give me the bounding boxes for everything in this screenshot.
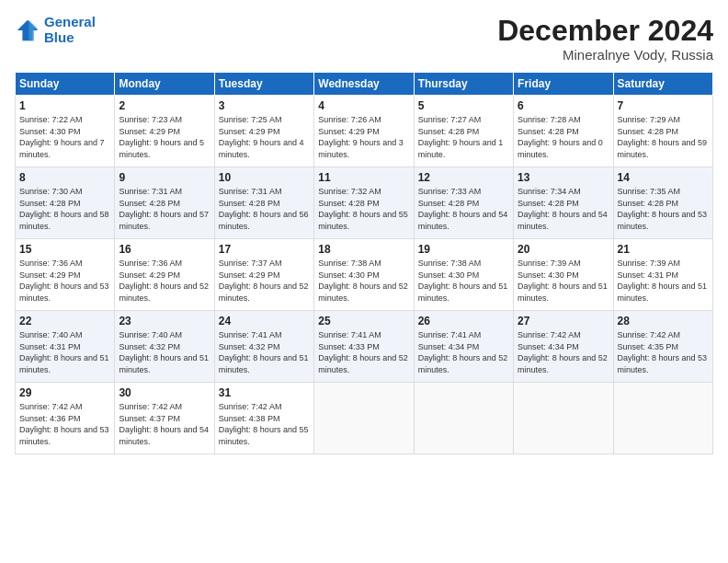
cell-info: Sunrise: 7:27 AMSunset: 4:28 PMDaylight:…: [418, 114, 509, 160]
day-number: 16: [119, 243, 210, 256]
day-number: 8: [19, 171, 110, 184]
day-number: 10: [219, 171, 310, 184]
cell-info: Sunrise: 7:35 AMSunset: 4:28 PMDaylight:…: [618, 186, 709, 232]
calendar-cell: 31 Sunrise: 7:42 AMSunset: 4:38 PMDaylig…: [214, 383, 313, 454]
calendar-cell: 20 Sunrise: 7:39 AMSunset: 4:30 PMDaylig…: [514, 239, 613, 311]
cell-info: Sunrise: 7:38 AMSunset: 4:30 PMDaylight:…: [418, 258, 509, 304]
day-number: 5: [418, 99, 509, 112]
day-number: 27: [518, 315, 609, 327]
calendar-cell: 10 Sunrise: 7:31 AMSunset: 4:28 PMDaylig…: [214, 167, 313, 239]
calendar-cell: [414, 383, 513, 454]
cell-info: Sunrise: 7:39 AMSunset: 4:31 PMDaylight:…: [618, 258, 709, 304]
calendar-cell: [314, 383, 414, 454]
calendar-cell: 16 Sunrise: 7:36 AMSunset: 4:29 PMDaylig…: [115, 239, 214, 311]
header-row: Sunday Monday Tuesday Wednesday Thursday…: [16, 73, 713, 96]
day-number: 22: [19, 315, 110, 327]
col-tuesday: Tuesday: [214, 73, 313, 96]
cell-info: Sunrise: 7:42 AMSunset: 4:35 PMDaylight:…: [618, 329, 709, 375]
day-number: 9: [119, 171, 210, 184]
cell-info: Sunrise: 7:42 AMSunset: 4:37 PMDaylight:…: [119, 401, 210, 447]
calendar-cell: 14 Sunrise: 7:35 AMSunset: 4:28 PMDaylig…: [613, 167, 712, 239]
cell-info: Sunrise: 7:34 AMSunset: 4:28 PMDaylight:…: [518, 186, 609, 232]
day-number: 15: [19, 243, 110, 256]
calendar-week-2: 8 Sunrise: 7:30 AMSunset: 4:28 PMDayligh…: [16, 167, 713, 239]
cell-info: Sunrise: 7:42 AMSunset: 4:36 PMDaylight:…: [19, 401, 110, 447]
calendar-cell: 19 Sunrise: 7:38 AMSunset: 4:30 PMDaylig…: [414, 239, 513, 311]
day-number: 1: [19, 99, 110, 112]
cell-info: Sunrise: 7:42 AMSunset: 4:34 PMDaylight:…: [518, 329, 609, 375]
calendar-cell: 29 Sunrise: 7:42 AMSunset: 4:36 PMDaylig…: [16, 383, 115, 454]
col-monday: Monday: [115, 73, 214, 96]
title-block: December 2024 Mineralnye Vody, Russia: [497, 15, 713, 63]
day-number: 25: [318, 315, 409, 327]
subtitle: Mineralnye Vody, Russia: [497, 47, 713, 63]
day-number: 31: [219, 386, 310, 399]
calendar-cell: 15 Sunrise: 7:36 AMSunset: 4:29 PMDaylig…: [16, 239, 115, 311]
cell-info: Sunrise: 7:38 AMSunset: 4:30 PMDaylight:…: [318, 258, 409, 304]
cell-info: Sunrise: 7:40 AMSunset: 4:32 PMDaylight:…: [119, 329, 210, 375]
cell-info: Sunrise: 7:31 AMSunset: 4:28 PMDaylight:…: [219, 186, 310, 232]
calendar-cell: 3 Sunrise: 7:25 AMSunset: 4:29 PMDayligh…: [214, 96, 313, 167]
day-number: 7: [618, 99, 709, 112]
day-number: 20: [518, 243, 609, 256]
calendar-cell: 17 Sunrise: 7:37 AMSunset: 4:29 PMDaylig…: [214, 239, 313, 311]
day-number: 28: [618, 315, 709, 327]
calendar-cell: 7 Sunrise: 7:29 AMSunset: 4:28 PMDayligh…: [613, 96, 712, 167]
day-number: 24: [219, 315, 310, 327]
calendar-body: 1 Sunrise: 7:22 AMSunset: 4:30 PMDayligh…: [16, 96, 713, 454]
day-number: 21: [618, 243, 709, 256]
calendar-cell: 6 Sunrise: 7:28 AMSunset: 4:28 PMDayligh…: [514, 96, 613, 167]
day-number: 26: [418, 315, 509, 327]
day-number: 29: [19, 386, 110, 399]
col-sunday: Sunday: [16, 73, 115, 96]
cell-info: Sunrise: 7:42 AMSunset: 4:38 PMDaylight:…: [219, 401, 310, 447]
day-number: 12: [418, 171, 509, 184]
cell-info: Sunrise: 7:41 AMSunset: 4:33 PMDaylight:…: [318, 329, 409, 375]
page-container: General Blue December 2024 Mineralnye Vo…: [0, 0, 728, 464]
calendar-cell: 2 Sunrise: 7:23 AMSunset: 4:29 PMDayligh…: [115, 96, 214, 167]
calendar-cell: 21 Sunrise: 7:39 AMSunset: 4:31 PMDaylig…: [613, 239, 712, 311]
calendar-cell: 12 Sunrise: 7:33 AMSunset: 4:28 PMDaylig…: [414, 167, 513, 239]
col-friday: Friday: [514, 73, 613, 96]
cell-info: Sunrise: 7:36 AMSunset: 4:29 PMDaylight:…: [19, 258, 110, 304]
calendar-cell: 24 Sunrise: 7:41 AMSunset: 4:32 PMDaylig…: [214, 311, 313, 383]
day-number: 30: [119, 386, 210, 399]
calendar-cell: 26 Sunrise: 7:41 AMSunset: 4:34 PMDaylig…: [414, 311, 513, 383]
calendar-week-5: 29 Sunrise: 7:42 AMSunset: 4:36 PMDaylig…: [16, 383, 713, 454]
day-number: 4: [318, 99, 409, 112]
col-wednesday: Wednesday: [314, 73, 414, 96]
calendar-week-4: 22 Sunrise: 7:40 AMSunset: 4:31 PMDaylig…: [16, 311, 713, 383]
logo: General Blue: [15, 15, 96, 45]
day-number: 3: [219, 99, 310, 112]
calendar-cell: 8 Sunrise: 7:30 AMSunset: 4:28 PMDayligh…: [16, 167, 115, 239]
cell-info: Sunrise: 7:23 AMSunset: 4:29 PMDaylight:…: [119, 114, 210, 160]
cell-info: Sunrise: 7:37 AMSunset: 4:29 PMDaylight:…: [219, 258, 310, 304]
svg-marker-0: [17, 19, 38, 40]
calendar-cell: 4 Sunrise: 7:26 AMSunset: 4:29 PMDayligh…: [314, 96, 414, 167]
cell-info: Sunrise: 7:41 AMSunset: 4:32 PMDaylight:…: [219, 329, 310, 375]
calendar-cell: 27 Sunrise: 7:42 AMSunset: 4:34 PMDaylig…: [514, 311, 613, 383]
cell-info: Sunrise: 7:33 AMSunset: 4:28 PMDaylight:…: [418, 186, 509, 232]
cell-info: Sunrise: 7:26 AMSunset: 4:29 PMDaylight:…: [318, 114, 409, 160]
col-thursday: Thursday: [414, 73, 513, 96]
calendar-cell: 30 Sunrise: 7:42 AMSunset: 4:37 PMDaylig…: [115, 383, 214, 454]
calendar-cell: 11 Sunrise: 7:32 AMSunset: 4:28 PMDaylig…: [314, 167, 414, 239]
day-number: 13: [518, 171, 609, 184]
cell-info: Sunrise: 7:25 AMSunset: 4:29 PMDaylight:…: [219, 114, 310, 160]
calendar-cell: 22 Sunrise: 7:40 AMSunset: 4:31 PMDaylig…: [16, 311, 115, 383]
calendar-cell: 13 Sunrise: 7:34 AMSunset: 4:28 PMDaylig…: [514, 167, 613, 239]
cell-info: Sunrise: 7:29 AMSunset: 4:28 PMDaylight:…: [618, 114, 709, 160]
cell-info: Sunrise: 7:39 AMSunset: 4:30 PMDaylight:…: [518, 258, 609, 304]
day-number: 6: [518, 99, 609, 112]
calendar-table: Sunday Monday Tuesday Wednesday Thursday…: [15, 72, 713, 454]
calendar-cell: 9 Sunrise: 7:31 AMSunset: 4:28 PMDayligh…: [115, 167, 214, 239]
cell-info: Sunrise: 7:36 AMSunset: 4:29 PMDaylight:…: [119, 258, 210, 304]
calendar-week-1: 1 Sunrise: 7:22 AMSunset: 4:30 PMDayligh…: [16, 96, 713, 167]
day-number: 11: [318, 171, 409, 184]
day-number: 14: [618, 171, 709, 184]
cell-info: Sunrise: 7:31 AMSunset: 4:28 PMDaylight:…: [119, 186, 210, 232]
day-number: 17: [219, 243, 310, 256]
logo-text: General Blue: [44, 15, 96, 45]
calendar-cell: [514, 383, 613, 454]
cell-info: Sunrise: 7:30 AMSunset: 4:28 PMDaylight:…: [19, 186, 110, 232]
